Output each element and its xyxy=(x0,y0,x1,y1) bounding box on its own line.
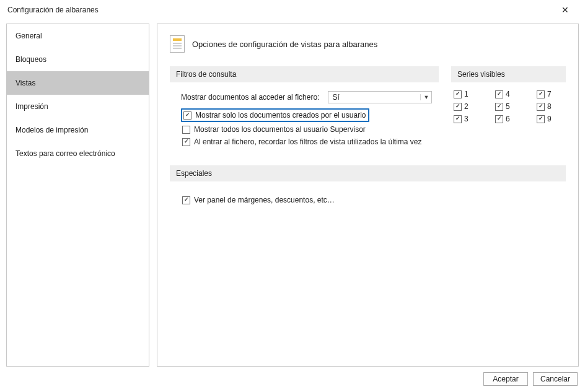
series-item-7[interactable]: 7 xyxy=(537,90,563,98)
series-label: 8 xyxy=(547,102,552,111)
specials-header: Especiales xyxy=(170,165,566,181)
chk-panel-label: Ver panel de márgenes, descuentos, etc… xyxy=(194,196,335,204)
show-docs-dropdown[interactable]: Sí ▼ xyxy=(328,91,432,103)
chk-user-only-row[interactable]: Mostrar solo los documentos creados por … xyxy=(181,108,369,122)
nav-item-correo[interactable]: Textos para correo electrónico xyxy=(7,142,149,165)
close-icon: ✕ xyxy=(561,5,569,15)
close-button[interactable]: ✕ xyxy=(553,1,578,19)
series-item-1[interactable]: 1 xyxy=(454,90,480,98)
main-area: General Bloqueos Vistas Impresión Modelo… xyxy=(0,20,585,367)
show-docs-label: Mostrar documentos al acceder al fichero… xyxy=(181,93,319,102)
content-panel: Opciones de configuración de vistas para… xyxy=(157,24,579,367)
series-chk-7[interactable] xyxy=(537,90,545,98)
series-label: 4 xyxy=(506,90,510,98)
footer: Aceptar Cancelar xyxy=(483,372,578,386)
series-chk-4[interactable] xyxy=(495,90,503,98)
chk-supervisor-label: Mostrar todos los documentos al usuario … xyxy=(194,125,366,134)
chk-user-only[interactable] xyxy=(183,111,191,120)
series-chk-5[interactable] xyxy=(495,103,503,111)
chk-panel[interactable] xyxy=(182,196,190,204)
series-item-3[interactable]: 3 xyxy=(454,115,480,123)
filters-section: Filtros de consulta Mostrar documentos a… xyxy=(170,66,439,158)
show-docs-row: Mostrar documentos al acceder al fichero… xyxy=(181,91,434,103)
series-label: 2 xyxy=(464,102,468,111)
window-title: Configuración de albaranes xyxy=(7,6,99,14)
chk-remember-label: Al entrar al fichero, recordar los filtr… xyxy=(194,137,421,146)
accept-button[interactable]: Aceptar xyxy=(483,372,528,386)
title-bar: Configuración de albaranes ✕ xyxy=(0,0,585,20)
series-label: 5 xyxy=(506,102,510,111)
nav-item-bloqueos[interactable]: Bloqueos xyxy=(7,48,149,71)
series-item-6[interactable]: 6 xyxy=(495,115,522,123)
series-item-8[interactable]: 8 xyxy=(537,102,563,111)
chevron-down-icon: ▼ xyxy=(420,94,429,100)
chk-supervisor-row[interactable]: Mostrar todos los documentos al usuario … xyxy=(181,123,434,136)
series-label: 6 xyxy=(506,115,510,123)
series-item-2[interactable]: 2 xyxy=(454,102,480,111)
series-header: Series visibles xyxy=(451,66,566,82)
series-chk-6[interactable] xyxy=(495,115,503,123)
nav-item-modelos[interactable]: Modelos de impresión xyxy=(7,118,149,142)
specials-body: Ver panel de márgenes, descuentos, etc… xyxy=(170,188,566,206)
content-header: Opciones de configuración de vistas para… xyxy=(170,35,566,53)
top-sections: Filtros de consulta Mostrar documentos a… xyxy=(170,66,566,158)
series-chk-9[interactable] xyxy=(537,115,545,123)
series-item-4[interactable]: 4 xyxy=(495,90,522,98)
chk-remember[interactable] xyxy=(182,138,190,146)
series-item-9[interactable]: 9 xyxy=(537,115,563,123)
series-chk-8[interactable] xyxy=(537,103,545,111)
document-icon xyxy=(170,35,185,53)
chk-panel-row[interactable]: Ver panel de márgenes, descuentos, etc… xyxy=(181,194,561,206)
series-grid: 1 4 7 2 5 xyxy=(451,89,566,124)
filters-header: Filtros de consulta xyxy=(170,66,439,82)
series-label: 9 xyxy=(547,115,552,123)
specials-section: Especiales Ver panel de márgenes, descue… xyxy=(170,165,566,206)
nav-item-general[interactable]: General xyxy=(7,24,149,48)
chk-supervisor[interactable] xyxy=(182,126,190,134)
chk-user-only-label: Mostrar solo los documentos creados por … xyxy=(195,111,366,120)
show-docs-value: Sí xyxy=(332,93,339,102)
series-label: 7 xyxy=(547,90,552,98)
series-section: Series visibles 1 4 7 xyxy=(451,66,566,158)
series-item-5[interactable]: 5 xyxy=(495,102,522,111)
filters-body: Mostrar documentos al acceder al fichero… xyxy=(170,89,439,158)
page-title: Opciones de configuración de vistas para… xyxy=(192,40,377,49)
series-label: 3 xyxy=(464,115,468,123)
nav-item-impresion[interactable]: Impresión xyxy=(7,95,149,118)
nav-panel: General Bloqueos Vistas Impresión Modelo… xyxy=(6,24,149,367)
chk-remember-row[interactable]: Al entrar al fichero, recordar los filtr… xyxy=(181,136,434,148)
series-label: 1 xyxy=(464,90,468,98)
series-chk-2[interactable] xyxy=(454,103,462,111)
series-chk-3[interactable] xyxy=(454,115,462,123)
cancel-button[interactable]: Cancelar xyxy=(533,372,578,386)
series-chk-1[interactable] xyxy=(454,90,462,98)
nav-item-vistas[interactable]: Vistas xyxy=(7,71,149,95)
